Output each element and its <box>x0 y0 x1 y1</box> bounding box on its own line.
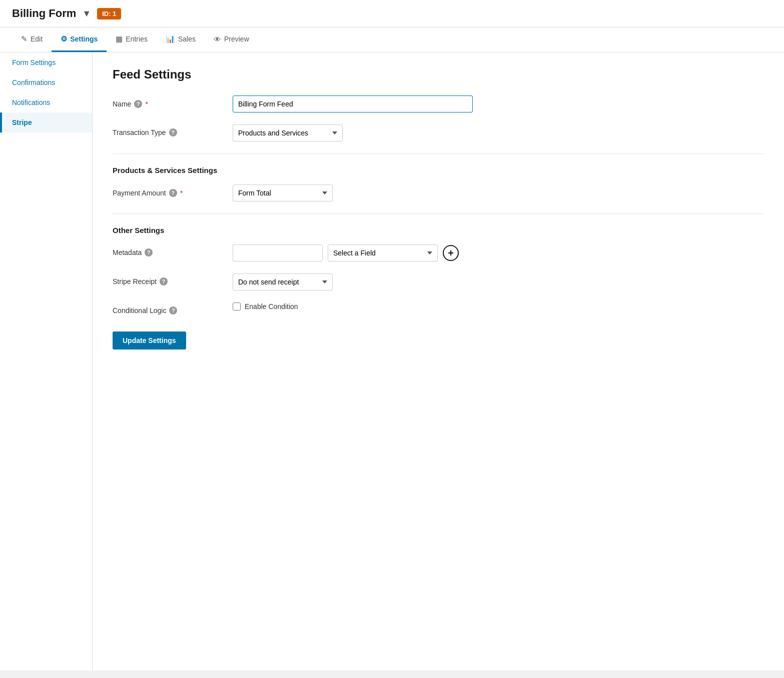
metadata-control: Select a Field + <box>233 244 473 262</box>
transaction-type-control: Products and Services Subscription <box>233 124 473 142</box>
section-divider-1 <box>113 154 764 154</box>
payment-amount-row: Payment Amount ? * Form Total Custom Amo… <box>113 184 764 202</box>
sidebar-item-stripe[interactable]: Stripe <box>0 112 92 132</box>
tab-edit-label: Edit <box>31 35 43 43</box>
name-row: Name ? * <box>113 96 764 112</box>
tab-settings-label: Settings <box>70 35 98 43</box>
edit-icon: ✎ <box>21 34 28 44</box>
transaction-type-help-icon[interactable]: ? <box>169 128 177 136</box>
metadata-row: Metadata ? Select a Field + <box>113 244 764 262</box>
metadata-key-input[interactable] <box>233 244 323 262</box>
payment-amount-required-star: * <box>180 188 183 197</box>
tab-edit[interactable]: ✎ Edit <box>12 28 52 52</box>
products-services-heading: Products & Services Settings <box>113 166 764 174</box>
tab-preview[interactable]: 👁 Preview <box>205 28 258 52</box>
enable-condition-row: Enable Condition <box>233 302 473 310</box>
metadata-controls: Select a Field + <box>233 244 473 262</box>
payment-amount-control: Form Total Custom Amount <box>233 184 473 202</box>
name-control <box>233 96 473 112</box>
page-title: Feed Settings <box>113 68 764 82</box>
preview-icon: 👁 <box>214 35 221 44</box>
settings-icon: ⚙ <box>61 34 67 44</box>
update-settings-container: Update Settings <box>113 326 764 350</box>
payment-amount-select[interactable]: Form Total Custom Amount <box>233 184 333 202</box>
nav-tabs: ✎ Edit ⚙ Settings ▦ Entries 📊 Sales 👁 Pr… <box>0 28 784 52</box>
stripe-receipt-select[interactable]: Do not send receipt Send receipt <box>233 274 333 290</box>
sales-icon: 📊 <box>166 34 175 44</box>
form-id-badge: ID: 1 <box>97 8 121 20</box>
conditional-logic-label: Conditional Logic ? <box>113 302 223 314</box>
tab-sales[interactable]: 📊 Sales <box>157 28 205 52</box>
name-label: Name ? * <box>113 96 223 108</box>
metadata-field-select[interactable]: Select a Field <box>328 244 438 262</box>
enable-condition-label[interactable]: Enable Condition <box>245 302 298 310</box>
sidebar-item-form-settings[interactable]: Form Settings <box>0 52 92 72</box>
top-bar: Billing Form ▼ ID: 1 <box>0 0 784 28</box>
payment-amount-help-icon[interactable]: ? <box>169 189 177 197</box>
metadata-add-button[interactable]: + <box>443 245 459 261</box>
transaction-type-label: Transaction Type ? <box>113 124 223 136</box>
other-settings-heading: Other Settings <box>113 226 764 234</box>
sidebar-item-notifications[interactable]: Notifications <box>0 92 92 112</box>
tab-preview-label: Preview <box>224 35 249 43</box>
enable-condition-checkbox[interactable] <box>233 302 241 310</box>
stripe-receipt-help-icon[interactable]: ? <box>160 278 168 286</box>
tab-entries-label: Entries <box>126 35 148 43</box>
form-title-chevron-icon[interactable]: ▼ <box>82 8 91 19</box>
metadata-help-icon[interactable]: ? <box>145 248 153 256</box>
main-content: Feed Settings Name ? * Transaction Type … <box>93 52 784 670</box>
stripe-receipt-label: Stripe Receipt ? <box>113 274 223 286</box>
tab-sales-label: Sales <box>178 35 196 43</box>
entries-icon: ▦ <box>116 34 123 44</box>
stripe-receipt-control: Do not send receipt Send receipt <box>233 274 473 290</box>
payment-amount-label: Payment Amount ? * <box>113 184 223 197</box>
form-title: Billing Form <box>12 7 76 20</box>
sidebar: Form Settings Confirmations Notification… <box>0 52 93 670</box>
stripe-receipt-row: Stripe Receipt ? Do not send receipt Sen… <box>113 274 764 290</box>
metadata-label: Metadata ? <box>113 244 223 256</box>
transaction-type-select[interactable]: Products and Services Subscription <box>233 124 343 142</box>
sidebar-item-confirmations[interactable]: Confirmations <box>0 72 92 92</box>
conditional-logic-control: Enable Condition <box>233 302 473 310</box>
section-divider-2 <box>113 214 764 214</box>
transaction-type-row: Transaction Type ? Products and Services… <box>113 124 764 142</box>
update-settings-button[interactable]: Update Settings <box>113 332 186 350</box>
name-input[interactable] <box>233 96 473 112</box>
name-required-star: * <box>145 100 148 108</box>
conditional-logic-row: Conditional Logic ? Enable Condition <box>113 302 764 314</box>
conditional-logic-help-icon[interactable]: ? <box>169 306 177 314</box>
name-help-icon[interactable]: ? <box>134 100 142 108</box>
layout: Form Settings Confirmations Notification… <box>0 52 784 670</box>
tab-settings[interactable]: ⚙ Settings <box>52 28 107 52</box>
tab-entries[interactable]: ▦ Entries <box>107 28 157 52</box>
